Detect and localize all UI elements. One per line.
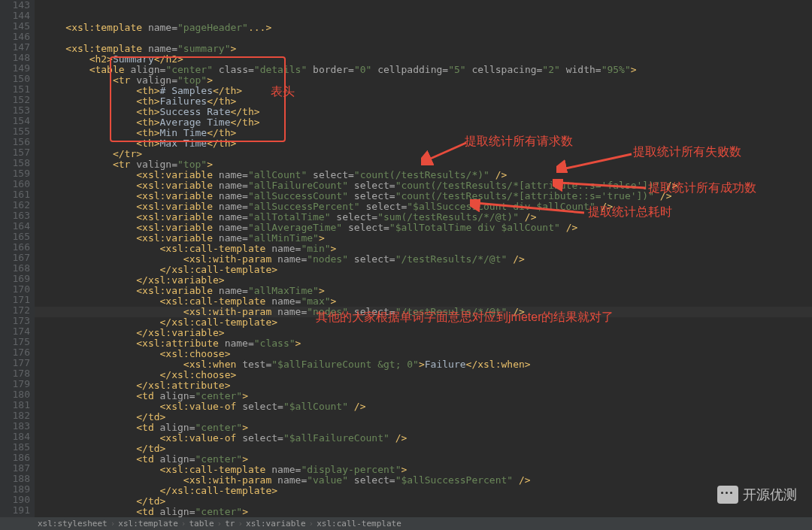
watermark-text: 开源优测 <box>743 486 797 504</box>
breadcrumb-item[interactable]: xsl:stylesheet <box>38 517 108 530</box>
breadcrumb-item[interactable]: table <box>189 517 214 530</box>
chat-icon <box>717 486 738 504</box>
breadcrumb-item[interactable]: xsl:variable <box>246 517 305 530</box>
code-editor[interactable]: 1431441451461471481491501511521531541551… <box>0 0 812 517</box>
watermark: 开源优测 <box>717 486 797 504</box>
breadcrumb-item[interactable]: tr <box>225 517 235 530</box>
code-area[interactable]: <xsl:template name="pageHeader"...> <xsl… <box>35 0 812 517</box>
breadcrumb-item[interactable]: xsl:call-template <box>317 517 401 530</box>
line-number-gutter: 1431441451461471481491501511521531541551… <box>0 0 35 517</box>
breadcrumb-item[interactable]: xsl:template <box>118 517 177 530</box>
breadcrumb-bar[interactable]: xsl:stylesheet›xsl:template›table›tr›xsl… <box>0 517 812 530</box>
